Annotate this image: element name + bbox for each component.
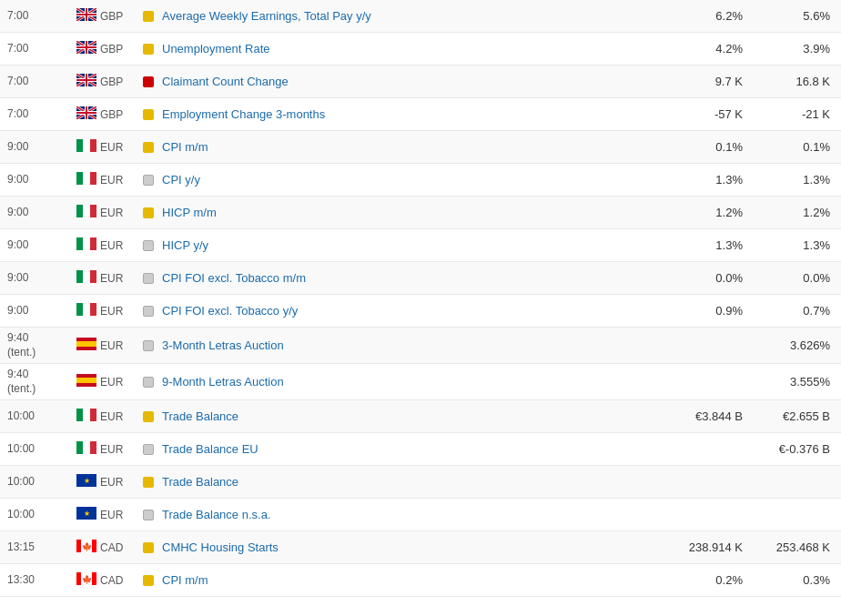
event-link[interactable]: Trade Balance EU	[162, 442, 258, 456]
event-name[interactable]: HICP y/y	[158, 238, 650, 252]
table-row: 10:00 EURTrade Balance EU€-0.376 B	[0, 433, 841, 466]
event-link[interactable]: HICP m/m	[162, 206, 217, 219]
country-flag-container	[73, 205, 100, 220]
table-row: 7:00 GBPAverage Weekly Earnings, Total P…	[0, 0, 841, 33]
event-name[interactable]: CMHC Housing Starts	[158, 540, 650, 554]
previous-value: 0.3%	[750, 573, 841, 587]
importance-indicator	[138, 76, 158, 87]
currency-label: CAD	[100, 574, 138, 587]
importance-dot-gray	[143, 510, 154, 520]
country-flag-container: ★	[73, 474, 100, 490]
actual-value: 0.9%	[650, 304, 750, 318]
event-link[interactable]: CPI FOI excl. Tobacco m/m	[162, 271, 306, 285]
event-name[interactable]: 3-Month Letras Auction	[158, 338, 650, 352]
svg-rect-42	[76, 205, 83, 217]
country-flag-container	[73, 374, 100, 389]
svg-rect-52	[83, 303, 90, 316]
currency-label: EUR	[100, 141, 138, 154]
event-link[interactable]: CPI m/m	[162, 573, 208, 587]
event-link[interactable]: Unemployment Rate	[162, 42, 270, 56]
svg-rect-8	[76, 14, 96, 15]
event-time: 10:00	[0, 508, 73, 522]
svg-rect-36	[76, 139, 83, 152]
event-name[interactable]: HICP m/m	[158, 206, 650, 219]
table-row: 9:40 (tent.) EUR9-Month Letras Auction3.…	[0, 364, 841, 400]
currency-label: GBP	[100, 43, 138, 56]
currency-label: GBP	[100, 108, 138, 121]
event-link[interactable]: Trade Balance	[162, 475, 238, 489]
table-row: 9:00 EURCPI FOI excl. Tobacco m/m0.0%0.0…	[0, 262, 841, 295]
flag-eu: ★	[76, 474, 96, 490]
table-row: 9:40 (tent.) EUR3-Month Letras Auction3.…	[0, 328, 841, 364]
currency-label: EUR	[100, 376, 138, 389]
svg-rect-40	[83, 172, 90, 185]
svg-rect-65	[90, 441, 96, 454]
currency-label: EUR	[100, 305, 138, 318]
event-name[interactable]: Trade Balance	[158, 475, 650, 489]
event-name[interactable]: CPI FOI excl. Tobacco y/y	[158, 304, 650, 318]
svg-rect-62	[90, 409, 96, 421]
svg-rect-57	[76, 374, 96, 378]
event-time: 7:00	[0, 9, 73, 24]
event-name[interactable]: CPI FOI excl. Tobacco m/m	[158, 271, 650, 285]
table-row: 9:00 EURHICP y/y1.3%1.3%	[0, 229, 841, 262]
event-name[interactable]: Trade Balance	[158, 409, 650, 423]
event-name[interactable]: Claimant Count Change	[158, 75, 650, 88]
event-link[interactable]: Employment Change 3-months	[162, 107, 325, 121]
importance-dot-yellow	[143, 109, 154, 120]
event-link[interactable]: Trade Balance	[162, 409, 238, 423]
previous-value: 0.1%	[750, 140, 841, 154]
country-flag-container	[73, 338, 100, 353]
actual-value: 0.1%	[650, 140, 750, 154]
importance-indicator	[138, 175, 158, 186]
table-row: 7:00 GBPClaimant Count Change9.7 K16.8 K	[0, 66, 841, 98]
event-link[interactable]: 9-Month Letras Auction	[162, 375, 284, 389]
importance-dot-gray	[143, 306, 154, 317]
event-link[interactable]: Claimant Count Change	[162, 75, 289, 88]
table-row: 9:00 EURCPI FOI excl. Tobacco y/y0.9%0.7…	[0, 295, 841, 328]
actual-value: 9.7 K	[650, 75, 750, 88]
event-name[interactable]: Trade Balance EU	[158, 442, 650, 456]
table-row: 7:00 GBPUnemployment Rate4.2%3.9%	[0, 33, 841, 66]
svg-rect-61	[83, 409, 90, 421]
previous-value: 3.9%	[750, 42, 841, 56]
event-name[interactable]: Employment Change 3-months	[158, 107, 650, 121]
svg-text:★: ★	[84, 477, 90, 485]
currency-label: EUR	[100, 239, 138, 252]
event-name[interactable]: Average Weekly Earnings, Total Pay y/y	[158, 9, 650, 23]
event-link[interactable]: HICP y/y	[162, 238, 208, 252]
svg-rect-43	[83, 205, 90, 217]
svg-rect-56	[76, 347, 96, 350]
table-row: 10:00 ★ EURTrade Balance	[0, 466, 841, 499]
event-link[interactable]: Average Weekly Earnings, Total Pay y/y	[162, 9, 371, 23]
currency-label: GBP	[100, 76, 138, 88]
event-link[interactable]: CMHC Housing Starts	[162, 540, 279, 554]
event-time: 7:00	[0, 107, 73, 122]
event-name[interactable]: Unemployment Rate	[158, 42, 650, 56]
event-name[interactable]: CPI m/m	[158, 140, 650, 154]
event-link[interactable]: CPI y/y	[162, 173, 200, 187]
event-link[interactable]: Trade Balance n.s.a.	[162, 508, 270, 521]
svg-rect-51	[76, 303, 83, 316]
economic-calendar-table: 7:00 GBPAverage Weekly Earnings, Total P…	[0, 0, 841, 597]
svg-rect-17	[76, 46, 96, 48]
importance-indicator	[138, 240, 158, 251]
svg-rect-26	[76, 79, 96, 81]
event-name[interactable]: CPI y/y	[158, 173, 650, 187]
country-flag-container: 🍁	[73, 572, 100, 588]
table-row: 13:30 🍁 CADCPI m/m0.2%0.3%	[0, 564, 841, 597]
event-link[interactable]: 3-Month Letras Auction	[162, 338, 284, 352]
actual-value: -57 K	[650, 107, 750, 121]
actual-value: 1.2%	[650, 206, 750, 219]
event-name[interactable]: Trade Balance n.s.a.	[158, 508, 650, 521]
svg-rect-39	[76, 172, 83, 185]
event-link[interactable]: CPI FOI excl. Tobacco y/y	[162, 304, 298, 318]
event-time: 10:00	[0, 409, 73, 424]
event-name[interactable]: 9-Month Letras Auction	[158, 375, 650, 389]
event-name[interactable]: CPI m/m	[158, 573, 650, 587]
event-link[interactable]: CPI m/m	[162, 140, 208, 154]
flag-ca: 🍁	[76, 540, 96, 555]
svg-rect-72	[92, 540, 96, 552]
svg-rect-46	[83, 237, 90, 250]
importance-indicator	[138, 444, 158, 455]
